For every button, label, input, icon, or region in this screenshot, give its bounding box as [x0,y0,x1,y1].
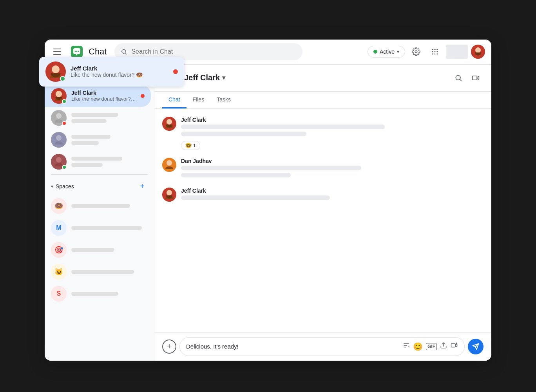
svg-point-22 [56,135,62,141]
video-call-button[interactable] [468,70,483,86]
svg-rect-29 [473,76,477,80]
reaction-button-1[interactable]: 🤓 1 [181,141,200,150]
grid-icon [431,48,439,56]
preview-skeleton-2 [71,141,99,145]
space-item-party[interactable]: 🐱 [45,261,154,283]
message-input-row: + Delicious. It's ready! A [162,337,483,356]
name-chevron-icon: ▾ [222,74,225,81]
msg-bubble-jeff-1: 🤓 1 [181,125,483,150]
svg-point-35 [167,190,172,195]
reaction-count: 1 [193,143,196,148]
status-dot-3 [62,165,67,170]
space-item-s[interactable]: S [45,283,154,305]
tab-chat[interactable]: Chat [162,92,187,108]
tab-files[interactable]: Files [187,92,211,108]
chat-header-actions [451,70,483,86]
msg-name-jeff-1: Jeff Clark [181,117,483,123]
msg-name-jeff-2: Jeff Clark [181,188,483,194]
tab-tasks[interactable]: Tasks [210,92,237,108]
jeff-unread-dot [141,94,145,98]
msg-text-skeleton-1b [181,132,306,136]
spaces-add-button[interactable]: + [137,181,148,192]
chat-item-3[interactable] [45,151,151,173]
svg-point-20 [56,113,62,119]
gif-icon[interactable]: GIF [426,343,437,350]
chevron-down-icon: ▾ [397,49,399,54]
emoji-icon[interactable]: 😊 [413,342,423,351]
space-item-m[interactable]: M [45,217,154,239]
msg-text-skeleton-1a [181,125,385,129]
app-title: Chat [89,47,107,57]
notif-status-dot [60,76,65,81]
message-input-area: + Delicious. It's ready! A [154,332,491,361]
svg-point-33 [167,160,172,166]
jeff-avatar [51,88,67,104]
settings-button[interactable] [408,44,424,60]
notification-popup[interactable]: Jeff Clark Like the new donut flavor? 🍩 [39,57,184,87]
message-group-2: Dan Jadhav [162,158,483,180]
skeleton-avatar-1 [51,110,67,126]
add-attachment-button[interactable]: + [162,340,176,354]
spaces-section-title: ▾ Spaces [51,183,74,190]
name-skeleton-2 [71,135,110,139]
spaces-chevron-icon: ▾ [51,184,53,189]
send-button[interactable] [468,339,483,354]
text-format-icon[interactable]: A [403,342,410,351]
jeff-chat-name: Jeff Clark [71,90,136,96]
space-name-skeleton-3 [71,248,114,252]
chat-info-3 [71,157,145,167]
svg-point-12 [432,53,433,54]
msg-avatar-dan-img [162,158,176,172]
spaces-section-label: Spaces [56,183,74,190]
name-skeleton-3 [71,157,122,161]
skeleton-avatar-2 [51,132,67,148]
svg-point-9 [432,51,433,52]
svg-point-3 [78,51,79,52]
svg-point-6 [432,49,433,50]
upload-icon[interactable] [440,342,447,351]
preview-skeleton-1 [71,119,107,123]
status-dot [373,50,377,54]
chat-item-jeff[interactable]: Jeff Clark Like the new donut flavor? 🍩 [45,85,151,107]
status-button[interactable]: Active ▾ [368,46,405,58]
space-name-skeleton-4 [71,270,134,274]
search-input[interactable] [131,48,296,55]
video-add-icon[interactable] [450,342,458,351]
chat-header-name[interactable]: Jeff Clark ▾ [184,73,225,82]
messages-area: Jeff Clark 🤓 1 [154,109,491,332]
msg-avatar-jeff-1-img [162,117,176,131]
input-box[interactable]: Delicious. It's ready! A 😊 [179,337,465,356]
grid-button[interactable] [427,44,443,60]
search-icon [121,48,127,55]
message-group-3: Jeff Clark [162,188,483,202]
svg-point-1 [75,51,76,52]
space-item-swirl[interactable]: 🎯 [45,239,154,261]
svg-point-14 [436,53,438,54]
message-input-text[interactable]: Delicious. It's ready! [186,343,400,350]
svg-point-2 [76,51,78,52]
user-avatar[interactable] [471,45,485,59]
svg-point-24 [56,157,62,163]
reaction-emoji: 🤓 [185,143,192,148]
message-group-1: Jeff Clark 🤓 1 [162,117,483,150]
skeleton-avatar-3 [51,154,67,170]
body: ▾ Chat 1 + [45,65,491,361]
chat-item-1[interactable] [45,107,151,129]
settings-icon [412,47,420,56]
chat-search-button[interactable] [451,70,466,86]
msg-avatar-jeff-1 [162,117,176,131]
svg-point-42 [52,65,60,73]
jeff-status-dot [62,99,67,104]
msg-name-dan: Dan Jadhav [181,158,483,164]
notif-name: Jeff Clark [71,65,168,72]
svg-rect-38 [451,344,456,347]
notif-message: Like the new donut flavor? 🍩 [71,72,168,78]
status-label: Active [380,49,395,55]
svg-text:A: A [408,345,410,348]
spaces-section-header[interactable]: ▾ Spaces + [45,178,154,195]
space-item-donut[interactable]: 🍩 [45,195,154,217]
msg-text-skeleton-2a [181,166,361,170]
avatar-placeholder [446,45,468,59]
chat-panel: Jeff Clark ▾ [154,65,491,361]
chat-item-2[interactable] [45,129,151,151]
